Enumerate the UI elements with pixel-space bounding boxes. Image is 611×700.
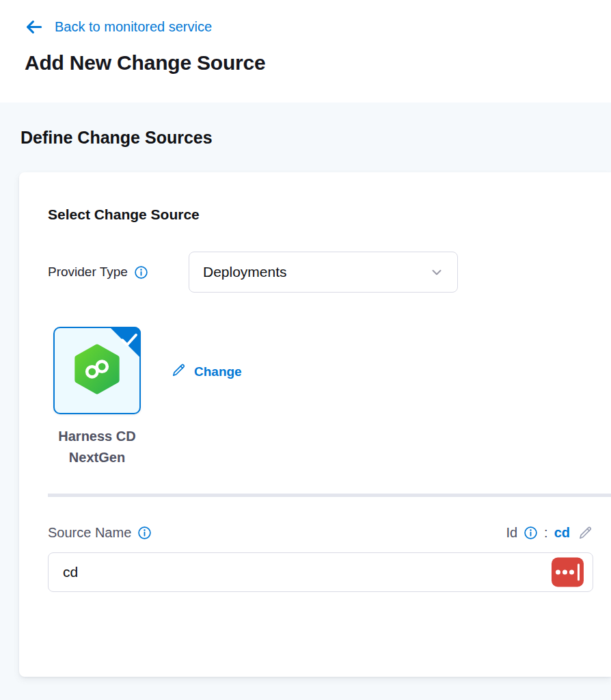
provider-name-line2: NextGen	[58, 447, 135, 468]
arrow-left-icon	[25, 18, 43, 36]
source-name-input[interactable]	[48, 552, 593, 592]
define-change-sources-section: Define Change Sources Select Change Sour…	[0, 103, 611, 700]
password-manager-cursor	[578, 564, 580, 581]
back-link-label: Back to monitored service	[55, 19, 212, 35]
source-name-row: Source Name Id	[48, 525, 593, 541]
select-change-source-title: Select Change Source	[48, 206, 593, 223]
provider-type-row: Provider Type Deployments	[48, 252, 593, 293]
source-name-label-text: Source Name	[48, 525, 131, 541]
selected-provider-row: Harness CD NextGen Change	[48, 327, 593, 468]
page-title: Add New Change Source	[25, 51, 611, 75]
id-label: Id	[506, 525, 517, 541]
section-title: Define Change Sources	[21, 128, 611, 148]
edit-id-pencil-icon[interactable]	[578, 525, 593, 541]
source-name-label: Source Name	[48, 525, 152, 541]
page-header: Back to monitored service Add New Change…	[0, 0, 611, 103]
provider-type-select[interactable]: Deployments	[189, 252, 458, 293]
password-manager-icon[interactable]	[552, 558, 584, 587]
harness-cd-nextgen-tile[interactable]	[53, 327, 141, 414]
section-divider	[48, 494, 611, 497]
provider-type-label: Provider Type	[48, 265, 189, 280]
chevron-down-icon	[429, 265, 444, 280]
provider-type-selected-value: Deployments	[203, 264, 287, 280]
harness-cd-hexagon-infinity-icon	[71, 343, 123, 398]
id-value: cd	[554, 525, 570, 541]
back-to-monitored-service-link[interactable]: Back to monitored service	[25, 18, 212, 36]
password-manager-dot	[569, 570, 574, 575]
info-icon[interactable]	[524, 526, 538, 540]
info-icon[interactable]	[137, 526, 152, 540]
change-link-label: Change	[194, 364, 242, 379]
source-name-input-wrap	[48, 552, 593, 592]
checkmark-icon	[122, 335, 136, 345]
provider-type-label-text: Provider Type	[48, 265, 128, 280]
provider-name-line1: Harness CD	[58, 426, 135, 447]
id-separator: :	[544, 525, 548, 541]
change-provider-link[interactable]: Change	[171, 362, 242, 381]
provider-tile-column: Harness CD NextGen	[48, 327, 146, 468]
pencil-icon	[171, 362, 187, 381]
password-manager-dot	[562, 570, 567, 575]
provider-tile-caption: Harness CD NextGen	[58, 426, 135, 468]
identifier-group: Id : cd	[506, 525, 593, 541]
change-source-card: Select Change Source Provider Type Deplo…	[19, 172, 611, 677]
info-icon[interactable]	[134, 265, 148, 280]
password-manager-dot	[556, 570, 560, 575]
